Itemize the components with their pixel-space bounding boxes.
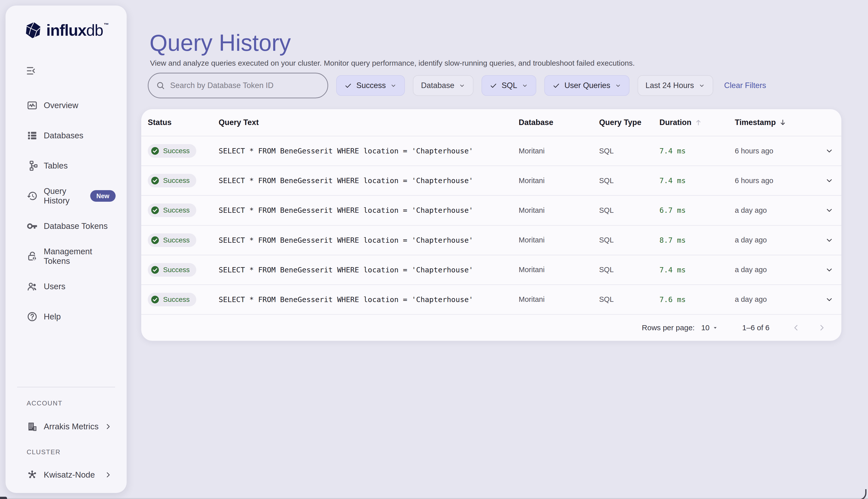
sidebar-item-cluster[interactable]: Kwisatz-Node — [5, 460, 127, 490]
table-row[interactable]: Success SELECT * FROM BeneGesserit WHERE… — [141, 255, 841, 284]
sidebar-item-help[interactable]: Help — [5, 302, 127, 332]
sidebar-item-account[interactable]: Arrakis Metrics — [5, 412, 127, 442]
search-box — [148, 73, 328, 98]
triangle-down-icon — [712, 324, 719, 331]
rows-per-page-label: Rows per page: — [642, 324, 695, 332]
filter-chip-label: User Queries — [564, 81, 611, 90]
check-icon — [490, 82, 497, 89]
success-check-icon — [150, 265, 160, 275]
window-bottom-right-corner — [859, 489, 867, 499]
query-type-cell: SQL — [599, 177, 659, 185]
status-badge: Success — [148, 144, 196, 158]
sidebar-item-users[interactable]: Users — [5, 271, 127, 302]
chevron-down-icon — [699, 82, 705, 89]
account-item-label: Arrakis Metrics — [44, 422, 99, 431]
filter-chip-database[interactable]: Database — [413, 75, 474, 96]
expand-row-chevron-icon[interactable] — [825, 146, 834, 156]
page-description: View and analyze queries executed on you… — [150, 59, 635, 68]
expand-row-chevron-icon[interactable] — [825, 206, 834, 215]
cluster-section-label: CLUSTER — [27, 448, 61, 456]
pagination-range: 1–6 of 6 — [742, 324, 769, 332]
users-icon — [27, 281, 38, 292]
table-row[interactable]: Success SELECT * FROM BeneGesserit WHERE… — [141, 284, 841, 314]
table-row[interactable]: Success SELECT * FROM BeneGesserit WHERE… — [141, 195, 841, 225]
database-cell: Moritani — [519, 206, 599, 215]
sidebar-item-database-tokens[interactable]: Database Tokens — [5, 211, 127, 241]
window-bottom-left-notch — [0, 497, 7, 499]
success-check-icon — [150, 206, 160, 215]
filter-chip-success[interactable]: Success — [336, 75, 405, 96]
sidebar-item-label: Query History — [44, 186, 83, 206]
column-header-query-type: Query Type — [599, 118, 659, 127]
query-history-icon — [27, 191, 38, 202]
sidebar-item-label: Databases — [44, 131, 84, 141]
rows-per-page-value: 10 — [701, 324, 709, 332]
table-row[interactable]: Success SELECT * FROM BeneGesserit WHERE… — [141, 225, 841, 255]
chevron-down-icon — [521, 82, 528, 89]
sidebar-item-query-history[interactable]: Query History New — [5, 181, 127, 211]
logo-text-light: db — [86, 21, 103, 39]
query-type-cell: SQL — [599, 236, 659, 244]
column-header-duration[interactable]: Duration — [659, 118, 735, 127]
sidebar-item-databases[interactable]: Databases — [5, 121, 127, 151]
status-text: Success — [163, 236, 190, 244]
search-icon — [156, 81, 165, 90]
success-check-icon — [150, 295, 160, 304]
logo-trademark: ™ — [104, 22, 109, 28]
table-row[interactable]: Success SELECT * FROM BeneGesserit WHERE… — [141, 166, 841, 195]
success-check-icon — [150, 146, 160, 156]
status-badge: Success — [148, 293, 196, 306]
rows-per-page-select[interactable]: 10 — [701, 324, 718, 332]
help-icon — [27, 311, 38, 322]
database-tokens-icon — [27, 221, 38, 232]
clear-filters-link[interactable]: Clear Filters — [724, 81, 766, 90]
sidebar-item-tables[interactable]: Tables — [5, 151, 127, 181]
expand-row-chevron-icon[interactable] — [825, 265, 834, 275]
next-page-button[interactable] — [817, 323, 826, 332]
expand-row-chevron-icon[interactable] — [825, 236, 834, 245]
sidebar-item-overview[interactable]: Overview — [5, 90, 127, 121]
sort-down-icon — [779, 119, 787, 126]
duration-cell: 7.4 ms — [659, 147, 735, 155]
success-check-icon — [150, 235, 160, 245]
sidebar-item-label: Management Tokens — [44, 247, 116, 266]
duration-cell: 7.6 ms — [659, 295, 735, 304]
filter-chip-sql[interactable]: SQL — [481, 75, 536, 96]
filter-chip-label: Database — [421, 81, 454, 90]
filter-chip-label: Last 24 Hours — [645, 81, 694, 90]
expand-row-chevron-icon[interactable] — [825, 176, 834, 185]
database-cell: Moritani — [519, 177, 599, 185]
query-type-cell: SQL — [599, 206, 659, 215]
status-text: Success — [163, 177, 190, 185]
column-header-timestamp[interactable]: Timestamp — [735, 118, 820, 127]
chevron-down-icon — [390, 82, 397, 89]
expand-row-chevron-icon[interactable] — [825, 295, 834, 304]
building-icon — [27, 421, 38, 432]
status-badge: Success — [148, 204, 196, 217]
sidebar-item-management-tokens[interactable]: Management Tokens — [5, 241, 127, 271]
status-text: Success — [163, 295, 190, 304]
databases-icon — [27, 130, 38, 141]
column-header-query-text: Query Text — [219, 118, 519, 127]
table-row[interactable]: Success SELECT * FROM BeneGesserit WHERE… — [141, 136, 841, 166]
database-cell: Moritani — [519, 266, 599, 274]
cluster-icon — [27, 469, 38, 480]
query-type-cell: SQL — [599, 295, 659, 304]
query-text-cell: SELECT * FROM BeneGesserit WHERE locatio… — [219, 295, 519, 304]
logo-text-bold: influx — [46, 21, 86, 39]
collapse-sidebar-icon[interactable] — [26, 65, 37, 77]
previous-page-button[interactable] — [792, 323, 801, 332]
filter-bar: Success Database SQL User Queries Last 2… — [148, 72, 766, 99]
page-title: Query History — [150, 30, 291, 56]
timestamp-cell: 6 hours ago — [735, 147, 820, 155]
cluster-item-label: Kwisatz-Node — [44, 470, 95, 479]
database-cell: Moritani — [519, 147, 599, 155]
sidebar-item-label: Overview — [44, 101, 78, 110]
overview-icon — [27, 100, 38, 111]
filter-chip-last-24-hours[interactable]: Last 24 Hours — [638, 75, 713, 96]
query-text-cell: SELECT * FROM BeneGesserit WHERE locatio… — [219, 147, 519, 155]
filter-chip-user-queries[interactable]: User Queries — [544, 75, 629, 96]
influxdb-logo-text: influxdb™ — [46, 22, 109, 38]
search-input[interactable] — [169, 74, 325, 97]
chevron-right-icon — [104, 471, 112, 479]
